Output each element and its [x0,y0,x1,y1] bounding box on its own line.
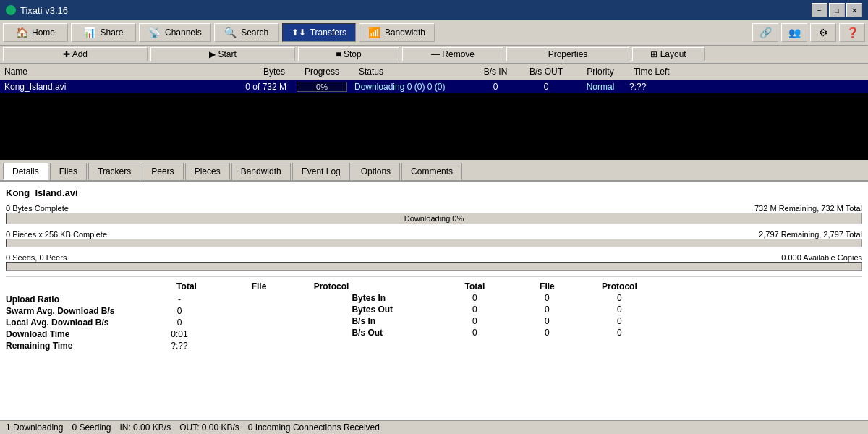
add-button[interactable]: ✚ Add [3,47,148,61]
pieces-remaining-label: 2,797 Remaining, 2,797 Total [759,230,862,239]
tab-bandwidth[interactable]: Bandwidth [231,163,291,180]
help-icon [846,27,859,38]
peers-button[interactable] [752,23,778,42]
bytes-remaining-label: 732 M Remaining, 732 M Total [754,204,862,213]
upload-ratio-label: Upload Ratio [6,294,150,305]
bytes-out-proto: 0 [583,305,655,315]
bytes-section: 0 Bytes Complete 732 M Remaining, 732 M … [6,204,862,224]
tab-options[interactable]: Options [352,163,400,180]
share-icon [83,27,95,38]
bytes-out-row: Bytes Out 0 0 0 [352,305,862,315]
app-icon [6,5,16,15]
tab-eventlog[interactable]: Event Log [292,163,350,180]
close-button[interactable]: ✕ [846,3,862,17]
transfer-progress: 0% [289,82,354,92]
bytes-progress-bar: Downloading 0% [6,213,862,224]
status-downloading: 1 Downloading [6,422,63,433]
bs-out-label: B/s Out [352,328,438,338]
channels-icon [148,27,161,38]
progress-text: 0% [316,82,328,91]
bytes-out-file: 0 [511,305,583,315]
pieces-progress-bar [6,239,862,247]
titlebar-left: Tixati v3.16 [6,5,68,16]
bs-in-proto: 0 [583,316,655,326]
progress-bar: 0% [297,82,347,92]
status-connections: 0 Incoming Connections Received [248,422,380,433]
layout-button[interactable]: ⊞ Layout [632,47,705,61]
remaining-time-row: Remaining Time ?:?? [6,341,346,351]
upload-ratio-value: - [150,294,208,305]
bs-in-file: 0 [511,316,583,326]
transfer-bsin: 0 [470,82,521,92]
swarm-avg-dl-row: Swarm Avg. Download B/s 0 [6,306,346,316]
app-title: Tixati v3.16 [20,5,68,16]
search-button[interactable]: Search [214,23,279,42]
remove-button[interactable]: — Remove [402,47,503,61]
share-button[interactable]: Share [71,23,136,42]
tab-peers[interactable]: Peers [142,163,183,180]
local-avg-dl-label: Local Avg. Download B/s [6,318,150,328]
transfers-icon [292,27,306,38]
users-icon [788,27,801,38]
stats-right-header: Total File Protocol [352,281,862,292]
bs-in-total: 0 [438,316,511,326]
status-in-rate: IN: 0.00 KB/s [119,422,171,433]
tab-comments[interactable]: Comments [401,163,462,180]
status-out-rate: OUT: 0.00 KB/s [179,422,239,433]
col-bsout: B/s OUT [521,65,571,78]
titlebar: Tixati v3.16 − □ ✕ [0,0,868,20]
swarm-avg-dl-value: 0 [150,306,208,316]
tab-pieces[interactable]: Pieces [185,163,230,180]
help-button[interactable] [839,23,865,42]
local-avg-dl-value: 0 [150,318,208,328]
stats-header-row: Total File Protocol [6,281,346,293]
bytes-in-file: 0 [511,293,583,303]
bandwidth-button[interactable]: Bandwidth [359,23,435,42]
tabs-bar: Details Files Trackers Peers Pieces Band… [0,160,868,182]
col-status: Status [354,65,470,78]
channels-button[interactable]: Channels [139,23,211,42]
col-priority: Priority [571,65,629,78]
transfer-timeleft: ?:?? [629,82,702,92]
table-row[interactable]: Kong_Island.avi 0 of 732 M 0% Downloadin… [0,80,868,93]
seeds-bar [6,262,862,271]
bytes-in-total: 0 [438,293,511,303]
transfers-button[interactable]: Transfers [282,23,356,42]
bytes-in-proto: 0 [583,293,655,303]
seeds-row: 0 Seeds, 0 Peers 0.000 Available Copies [6,253,862,262]
stats-left: Total File Protocol Upload Ratio - Swarm… [6,281,346,352]
pieces-section: 0 Pieces x 256 KB Complete 2,797 Remaini… [6,230,862,247]
properties-button[interactable]: Properties [506,47,629,61]
bs-in-label: B/s In [352,316,438,326]
bs-out-total: 0 [438,328,511,338]
titlebar-controls[interactable]: − □ ✕ [812,3,862,17]
bs-in-row: B/s In 0 0 0 [352,316,862,326]
actionbar: ✚ Add ▶ Start ■ Stop — Remove Properties… [0,46,868,64]
download-time-row: Download Time 0:01 [6,329,346,339]
bytes-progress-text: Downloading 0% [404,214,464,223]
stats-right: Total File Protocol Bytes In 0 0 0 Bytes… [352,281,862,352]
remaining-time-value: ?:?? [150,341,208,351]
bs-out-proto: 0 [583,328,655,338]
start-button[interactable]: ▶ Start [150,47,295,61]
tab-details[interactable]: Details [3,163,48,180]
tab-trackers[interactable]: Trackers [88,163,140,180]
pieces-row: 0 Pieces x 256 KB Complete 2,797 Remaini… [6,230,862,239]
tab-files[interactable]: Files [50,163,87,180]
bytes-out-label: Bytes Out [352,305,438,315]
col-bsin: B/s IN [470,65,521,78]
minimize-button[interactable]: − [812,3,827,17]
settings-button[interactable] [810,23,836,42]
home-button[interactable]: Home [3,23,68,42]
col-progress: Progress [289,65,354,78]
bandwidth-icon [368,27,380,38]
seeds-peers-label: 0 Seeds, 0 Peers [6,253,67,262]
stop-button[interactable]: ■ Stop [298,47,399,61]
maximize-button[interactable]: □ [829,3,845,17]
users-button[interactable] [781,23,807,42]
transfer-name: Kong_Island.avi [0,82,239,92]
home-icon [16,27,27,38]
col-timeleft: Time Left [629,65,702,78]
bytes-in-row: Bytes In 0 0 0 [352,293,862,303]
transfer-status: Downloading 0 (0) 0 (0) [354,82,470,92]
